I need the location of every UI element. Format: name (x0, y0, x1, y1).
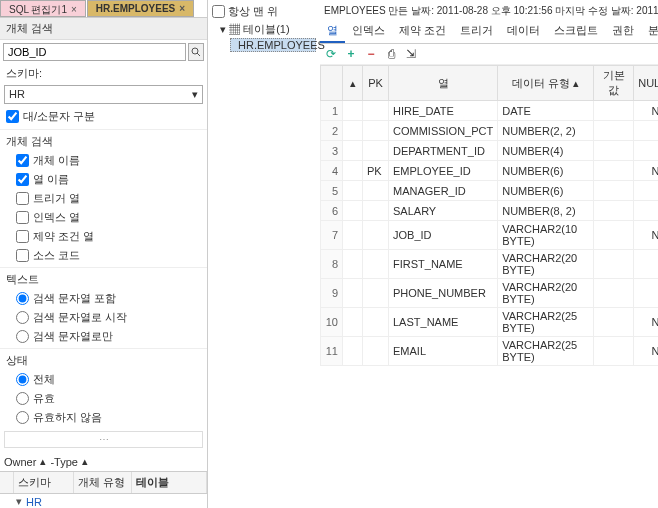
cell-rownum: 2 (321, 121, 343, 141)
print-icon[interactable]: ⎙ (384, 47, 398, 61)
cell-datatype: VARCHAR2(20 BYTE) (498, 250, 594, 279)
opt-source-label: 소스 코드 (33, 248, 80, 263)
tree-tables-label: 테이블(1) (243, 23, 289, 35)
delete-icon[interactable]: − (364, 47, 378, 61)
opt-source-check[interactable] (16, 249, 29, 262)
hdr-default[interactable]: 기본값 (594, 66, 634, 101)
cell-datatype: VARCHAR2(25 BYTE) (498, 337, 594, 366)
opt-index-check[interactable] (16, 211, 29, 224)
cell-rownum: 10 (321, 308, 343, 337)
tree-tables-node[interactable]: ▾ ▦ 테이블(1) (212, 21, 316, 38)
hdr-null[interactable]: NULL? (634, 66, 658, 101)
collapse-button[interactable]: ⋯ (4, 431, 203, 448)
status-all-radio[interactable] (16, 373, 29, 386)
text-contains-radio[interactable] (16, 292, 29, 305)
schema-select[interactable]: HR▾ (4, 85, 203, 104)
tab-data[interactable]: 데이터 (500, 20, 547, 43)
opt-trigger-check[interactable] (16, 192, 29, 205)
case-sensitive-label: 대/소문자 구분 (23, 109, 95, 124)
hdr-datatype[interactable]: 데이터 유형 ▴ (498, 66, 594, 101)
hdr-rownum[interactable] (321, 66, 343, 101)
export-icon[interactable]: ⇲ (404, 47, 418, 61)
opt-col-name-check[interactable] (16, 173, 29, 186)
tree-hr-employees-node[interactable]: HR.EMPLOYEES (230, 38, 316, 52)
hdr-sort[interactable]: ▴ (343, 66, 363, 101)
tab-script[interactable]: 스크립트 (547, 20, 605, 43)
cell-null (634, 121, 658, 141)
tab-columns[interactable]: 열 (320, 20, 345, 43)
table-row[interactable]: 3DEPARTMENT_IDNUMBER(4)부서 ID (321, 141, 659, 161)
opt-constraint-check[interactable] (16, 230, 29, 243)
cell-default (594, 201, 634, 221)
right-panel: 항상 맨 위 ▾ ▦ 테이블(1) HR.EMPLOYEES EMPLOYEES… (208, 0, 658, 508)
tab-partitions[interactable]: 분할 영역 (641, 20, 658, 43)
results-grid-header: 스키마 개체 유형 테이블 (0, 471, 207, 494)
table-row[interactable]: 1HIRE_DATEDATEN입사일 (321, 101, 659, 121)
left-panel: SQL 편집기1× HR.EMPLOYEES× 개체 검색 스키마: HR▾ 대… (0, 0, 208, 508)
cell-datatype: VARCHAR2(10 BYTE) (498, 221, 594, 250)
table-row[interactable]: 7JOB_IDVARCHAR2(10 BYTE)N작업 ID (321, 221, 659, 250)
tab-privileges[interactable]: 권한 (605, 20, 641, 43)
table-row[interactable]: 9PHONE_NUMBERVARCHAR2(20 BYTE)전화번호 (321, 279, 659, 308)
sort-asc-icon[interactable]: ▴ (82, 455, 88, 468)
close-icon[interactable]: × (71, 4, 77, 15)
table-row[interactable]: 11EMAILVARCHAR2(25 BYTE)N이메일 (321, 337, 659, 366)
text-only-label: 검색 문자열로만 (33, 329, 113, 344)
tab-hr-employees[interactable]: HR.EMPLOYEES× (87, 0, 194, 17)
tab-sql-editor[interactable]: SQL 편집기1× (0, 0, 86, 17)
detail-toolbar: ⟳ + − ⎙ ⇲ (320, 44, 658, 65)
cell-rownum: 3 (321, 141, 343, 161)
tab-indexes[interactable]: 인덱스 (345, 20, 392, 43)
cell-colname: EMAIL (389, 337, 498, 366)
tab-constraints[interactable]: 제약 조건 (392, 20, 453, 43)
refresh-icon[interactable]: ⟳ (324, 47, 338, 61)
cell-default (594, 101, 634, 121)
cell-datatype: VARCHAR2(20 BYTE) (498, 279, 594, 308)
type-label: -Type (50, 456, 78, 468)
hdr-column[interactable]: 열 (389, 66, 498, 101)
hdr-pk[interactable]: PK (363, 66, 389, 101)
hdr-schema[interactable]: 스키마 (14, 472, 74, 493)
cell-colname: JOB_ID (389, 221, 498, 250)
tree-hr[interactable]: HR (26, 496, 136, 508)
cell-default (594, 337, 634, 366)
cell-null (634, 141, 658, 161)
cell-default (594, 221, 634, 250)
cell-default (594, 308, 634, 337)
text-only-radio[interactable] (16, 330, 29, 343)
sort-asc-icon[interactable]: ▴ (40, 455, 46, 468)
cell-datatype: NUMBER(6) (498, 181, 594, 201)
cell-default (594, 181, 634, 201)
case-sensitive-checkbox[interactable] (6, 110, 19, 123)
chevron-down-icon: ▾ (192, 88, 198, 101)
table-row[interactable]: 8FIRST_NAMEVARCHAR2(20 BYTE)성 (321, 250, 659, 279)
table-row[interactable]: 10LAST_NAMEVARCHAR2(25 BYTE)N이름 (321, 308, 659, 337)
status-invalid-radio[interactable] (16, 411, 29, 424)
opt-constraint-label: 제약 조건 열 (33, 229, 94, 244)
always-on-top-checkbox[interactable] (212, 5, 225, 18)
table-row[interactable]: 6SALARYNUMBER(8, 2)급여 (321, 201, 659, 221)
cell-rownum: 7 (321, 221, 343, 250)
close-icon[interactable]: × (179, 3, 185, 14)
opt-obj-name-check[interactable] (16, 154, 29, 167)
cell-rownum: 4 (321, 161, 343, 181)
table-meta-info: EMPLOYEES 만든 날짜: 2011-08-28 오후 10:21:56 … (320, 0, 658, 20)
cell-sort (343, 250, 363, 279)
tab-triggers[interactable]: 트리거 (453, 20, 500, 43)
hdr-table[interactable]: 테이블 (132, 472, 207, 493)
search-button[interactable] (188, 43, 204, 61)
text-starts-radio[interactable] (16, 311, 29, 324)
add-icon[interactable]: + (344, 47, 358, 61)
table-row[interactable]: 4PKEMPLOYEE_IDNUMBER(6)N직원 ID (321, 161, 659, 181)
search-input[interactable] (3, 43, 186, 61)
cell-null: N (634, 308, 658, 337)
hdr-objtype[interactable]: 개체 유형 (74, 472, 132, 493)
table-row[interactable]: 2COMMISSION_PCTNUMBER(2, 2)커미션율 (321, 121, 659, 141)
status-valid-label: 유효 (33, 391, 55, 406)
cell-sort (343, 279, 363, 308)
status-valid-radio[interactable] (16, 392, 29, 405)
table-row[interactable]: 5MANAGER_IDNUMBER(6)관리자 ID (321, 181, 659, 201)
cell-default (594, 121, 634, 141)
cell-datatype: NUMBER(8, 2) (498, 201, 594, 221)
collapse-icon[interactable]: ▾ (16, 495, 26, 508)
